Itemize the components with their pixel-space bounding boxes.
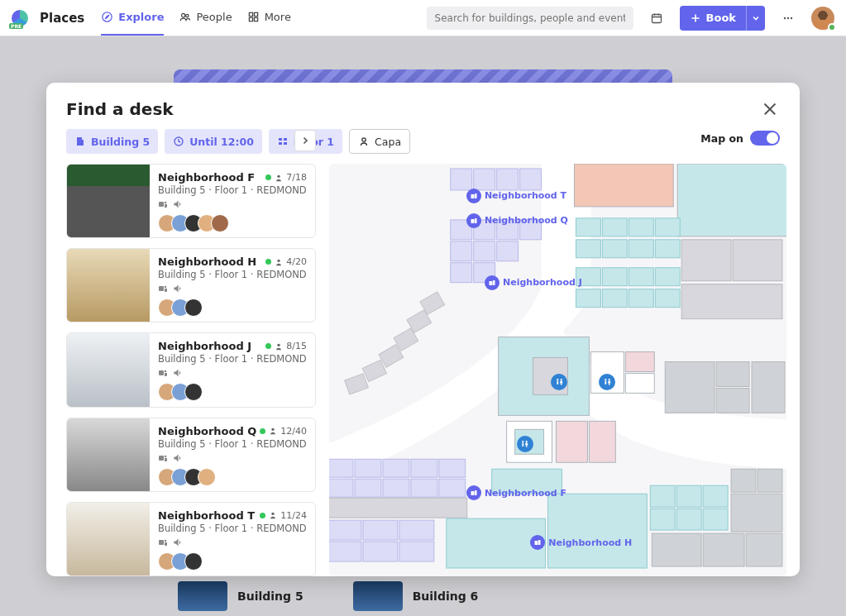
result-card[interactable]: Neighborhood Q Building 5 · Floor 1 · RE… xyxy=(66,418,316,492)
svg-rect-17 xyxy=(159,202,164,207)
svg-rect-111 xyxy=(746,533,782,566)
book-dropdown[interactable] xyxy=(746,6,765,31)
svg-rect-82 xyxy=(383,459,409,477)
result-location: Building 5 · Floor 1 · REDMOND xyxy=(158,269,307,280)
svg-rect-79 xyxy=(752,362,785,413)
svg-rect-23 xyxy=(159,370,164,375)
floor-map[interactable]: Neighborhood TNeighborhood QNeighborhood… xyxy=(329,164,786,576)
map-pin[interactable]: Neighborhood T xyxy=(466,189,566,203)
nav-tab-people[interactable]: People xyxy=(179,0,232,36)
amenity-restroom[interactable] xyxy=(517,436,533,452)
svg-rect-13 xyxy=(284,138,287,141)
svg-rect-58 xyxy=(629,268,653,286)
svg-rect-66 xyxy=(681,284,782,319)
app-title: Places xyxy=(40,11,84,26)
capacity-badge: 4/20 xyxy=(265,256,307,267)
nearby-card[interactable]: Building 6 xyxy=(353,581,479,611)
filter-capacity[interactable]: Capa xyxy=(349,129,410,154)
svg-point-16 xyxy=(362,138,366,141)
svg-rect-51 xyxy=(655,218,680,236)
svg-rect-131 xyxy=(561,384,562,385)
svg-rect-88 xyxy=(411,479,437,497)
svg-rect-75 xyxy=(589,421,615,462)
svg-rect-43 xyxy=(497,241,519,261)
result-thumb xyxy=(67,503,150,575)
svg-rect-129 xyxy=(557,381,558,384)
svg-rect-35 xyxy=(497,169,519,190)
search-input[interactable] xyxy=(433,12,627,25)
svg-rect-124 xyxy=(471,491,474,495)
svg-rect-57 xyxy=(602,268,627,286)
map-pin[interactable]: Neighborhood F xyxy=(466,485,566,500)
result-location: Building 5 · Floor 1 · REDMOND xyxy=(158,523,307,534)
svg-rect-93 xyxy=(329,542,361,561)
svg-rect-7 xyxy=(652,14,661,22)
result-card[interactable]: Neighborhood T Building 5 · Floor 1 · RE… xyxy=(66,502,316,576)
nav-tab-more[interactable]: More xyxy=(247,0,291,36)
svg-rect-106 xyxy=(731,469,756,492)
svg-rect-120 xyxy=(471,219,474,223)
person-icon xyxy=(269,511,277,519)
pin-label: Neighborhood J xyxy=(503,277,582,288)
close-button[interactable] xyxy=(760,99,780,119)
plus-icon xyxy=(690,12,701,24)
result-location: Building 5 · Floor 1 · REDMOND xyxy=(158,438,307,450)
result-features xyxy=(158,537,307,547)
result-card[interactable]: Neighborhood F Building 5 · Floor 1 · RE… xyxy=(66,164,316,238)
search-box[interactable] xyxy=(427,7,633,30)
calendar-button[interactable] xyxy=(645,7,668,30)
svg-rect-127 xyxy=(538,540,541,545)
profile-avatar[interactable] xyxy=(811,7,834,30)
map-pin[interactable]: Neighborhood Q xyxy=(466,213,568,228)
nav-tab-explore[interactable]: Explore xyxy=(101,0,164,36)
svg-rect-126 xyxy=(535,541,538,545)
modal-title: Find a desk xyxy=(66,99,174,119)
svg-point-8 xyxy=(784,17,786,18)
svg-rect-83 xyxy=(411,459,437,477)
chevron-right-icon xyxy=(300,136,310,146)
book-button[interactable]: Book xyxy=(680,6,746,31)
svg-rect-59 xyxy=(655,268,680,286)
map-pin[interactable]: Neighborhood J xyxy=(485,275,582,290)
compass-icon xyxy=(101,11,113,23)
svg-rect-98 xyxy=(548,494,648,568)
svg-rect-81 xyxy=(355,459,381,477)
capacity-value: 12/40 xyxy=(280,426,307,437)
person-icon xyxy=(275,258,283,266)
result-thumb xyxy=(67,165,150,237)
nearby-card[interactable]: Building 5 xyxy=(178,581,304,611)
audio-icon xyxy=(173,199,183,209)
filters-scroll-right[interactable] xyxy=(294,130,316,151)
svg-rect-63 xyxy=(655,289,680,308)
result-card[interactable]: Neighborhood J Building 5 · Floor 1 · RE… xyxy=(66,332,316,407)
pin-icon xyxy=(466,189,481,203)
attendee-avatars xyxy=(158,468,307,486)
attendee-avatars xyxy=(158,552,307,571)
status-dot-icon xyxy=(265,174,271,180)
svg-point-130 xyxy=(560,379,562,380)
capacity-value: 8/15 xyxy=(286,341,307,351)
svg-rect-77 xyxy=(716,362,749,387)
capacity-badge: 8/15 xyxy=(265,341,307,351)
filter-building[interactable]: Building 5 xyxy=(66,129,158,154)
svg-point-19 xyxy=(278,174,280,177)
result-location: Building 5 · Floor 1 · REDMOND xyxy=(158,353,307,365)
capacity-badge: 12/40 xyxy=(260,426,307,437)
svg-rect-123 xyxy=(493,280,495,285)
svg-point-22 xyxy=(278,259,280,261)
clock-icon xyxy=(173,136,184,147)
svg-rect-3 xyxy=(249,12,252,16)
svg-rect-5 xyxy=(249,17,252,21)
result-thumb xyxy=(67,333,150,406)
map-toggle-switch[interactable] xyxy=(750,131,780,146)
result-card[interactable]: Neighborhood H Building 5 · Floor 1 · RE… xyxy=(66,248,316,322)
svg-rect-92 xyxy=(399,520,434,540)
filter-time[interactable]: Until 12:00 xyxy=(165,129,262,154)
teams-icon xyxy=(158,284,168,294)
more-button[interactable] xyxy=(777,7,800,30)
map-pin[interactable]: Neighborhood H xyxy=(530,535,632,550)
svg-rect-90 xyxy=(329,520,361,540)
svg-rect-33 xyxy=(451,169,472,190)
svg-rect-52 xyxy=(576,240,600,258)
svg-point-9 xyxy=(787,17,789,18)
